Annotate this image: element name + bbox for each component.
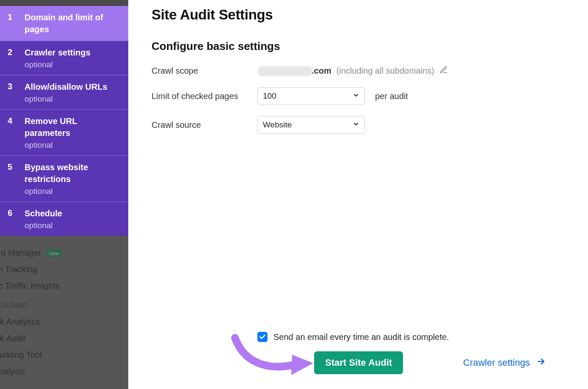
step-number: 4 xyxy=(8,115,25,150)
limit-unit: per audit xyxy=(375,91,408,101)
step-number: 3 xyxy=(8,81,25,104)
wizard-step-1[interactable]: 1 Domain and limit of pages xyxy=(0,6,128,41)
step-subtitle: optional xyxy=(25,221,121,230)
step-subtitle: optional xyxy=(25,187,121,196)
email-checkbox[interactable] xyxy=(257,332,268,342)
email-notify-row: Send an email every time an audit is com… xyxy=(257,332,449,342)
crawl-scope-hint: (including all subdomains) xyxy=(337,66,434,76)
bg-nav-item: k Building Tool xyxy=(0,347,128,363)
start-site-audit-button[interactable]: Start Site Audit xyxy=(314,351,403,374)
step-number: 1 xyxy=(8,11,25,35)
source-label: Crawl source xyxy=(152,120,257,130)
bg-nav-item: word Manager new xyxy=(0,245,128,261)
limit-value: 100 xyxy=(263,91,276,101)
limit-label: Limit of checked pages xyxy=(152,91,257,101)
chevron-down-icon xyxy=(353,120,359,130)
bg-nav-item: k Analysis xyxy=(0,363,128,380)
step-title: Domain and limit of pages xyxy=(25,11,121,35)
bg-nav-section: K BUILDING xyxy=(0,302,128,309)
wizard-step-5[interactable]: 5 Bypass website restrictions optional xyxy=(0,155,128,201)
step-subtitle: optional xyxy=(25,60,121,69)
bg-nav-item: ition Tracking xyxy=(0,261,128,278)
limit-select[interactable]: 100 xyxy=(257,87,365,105)
row-crawl-scope: Crawl scope .com (including all subdomai… xyxy=(152,66,565,76)
bg-nav-item: klink Analytics xyxy=(0,314,128,330)
step-number: 2 xyxy=(8,47,25,69)
chevron-down-icon xyxy=(353,91,359,101)
crawl-scope-domain-redacted xyxy=(257,66,312,76)
crawl-scope-domain-suffix: .com xyxy=(312,66,331,76)
email-label: Send an email every time an audit is com… xyxy=(273,332,449,342)
step-title: Schedule xyxy=(25,207,121,219)
new-badge: new xyxy=(45,250,62,257)
source-select[interactable]: Website xyxy=(257,116,365,134)
step-subtitle: optional xyxy=(25,94,121,104)
row-crawl-source: Crawl source Website xyxy=(152,116,565,134)
bg-nav-label: word Manager xyxy=(0,248,41,257)
wizard-step-6[interactable]: 6 Schedule optional xyxy=(0,201,128,236)
wizard-step-2[interactable]: 2 Crawler settings optional xyxy=(0,41,128,75)
settings-panel: Site Audit Settings Configure basic sett… xyxy=(128,0,588,389)
row-limit-pages: Limit of checked pages 100 per audit xyxy=(152,87,565,105)
wizard-step-3[interactable]: 3 Allow/disallow URLs optional xyxy=(0,75,128,109)
page-title: Site Audit Settings xyxy=(152,7,565,23)
wizard-sidebar: 1 Domain and limit of pages 2 Crawler se… xyxy=(0,6,128,236)
edit-icon[interactable] xyxy=(439,66,448,76)
step-number: 6 xyxy=(8,207,25,230)
bg-nav-item: anic Traffic Insights xyxy=(0,278,128,294)
step-title: Crawler settings xyxy=(25,47,121,58)
crawl-scope-label: Crawl scope xyxy=(152,66,257,76)
source-value: Website xyxy=(263,120,292,130)
step-title: Bypass website restrictions xyxy=(25,161,121,185)
next-link-label: Crawler settings xyxy=(463,357,530,368)
step-title: Allow/disallow URLs xyxy=(25,81,121,93)
arrow-right-icon xyxy=(536,357,546,368)
wizard-step-4[interactable]: 4 Remove URL parameters optional xyxy=(0,109,128,155)
next-crawler-settings-link[interactable]: Crawler settings xyxy=(463,357,546,368)
step-title: Remove URL parameters xyxy=(25,115,121,139)
step-number: 5 xyxy=(8,161,25,196)
step-subtitle: optional xyxy=(25,141,121,150)
bg-nav-item: klink Audit xyxy=(0,330,128,347)
section-title: Configure basic settings xyxy=(152,40,565,53)
